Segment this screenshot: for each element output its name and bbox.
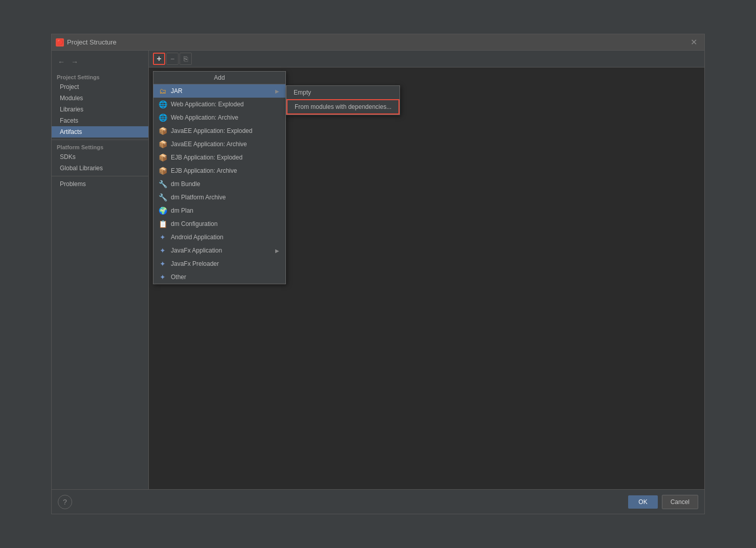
ejb-archive-icon: 📦	[159, 167, 167, 175]
copy-button[interactable]: ⎘	[180, 53, 192, 65]
sidebar: ← → Project Settings Project Modules Lib…	[52, 51, 149, 489]
project-structure-window: 🔴 Project Structure ✕ ← → Project Settin…	[51, 34, 705, 514]
jar-icon: 🗂	[159, 87, 167, 95]
close-button[interactable]: ✕	[687, 36, 700, 48]
artifact-toolbar: + − ⎘	[149, 51, 704, 67]
back-button[interactable]: ←	[56, 57, 67, 67]
sidebar-item-label: Facets	[60, 117, 78, 124]
menu-item-label: EJB Application: Archive	[171, 167, 237, 174]
web-archive-icon: 🌐	[159, 113, 167, 122]
javafx-preloader-icon: ✦	[159, 260, 167, 268]
menu-item-label: JavaFx Preloader	[171, 260, 219, 267]
menu-item-label: Web Application: Exploded	[171, 101, 244, 108]
menu-item-web-archive[interactable]: 🌐 Web Application: Archive	[153, 111, 285, 124]
main-content: + − ⎘ Add 🗂 JAR ▶ 🌐 Web Application	[149, 51, 704, 489]
title-bar: 🔴 Project Structure ✕	[52, 34, 704, 51]
sidebar-item-modules[interactable]: Modules	[52, 93, 148, 104]
submenu-item-from-modules[interactable]: From modules with dependencies...	[286, 99, 399, 115]
forward-button[interactable]: →	[69, 57, 80, 67]
arrow-icon: ▶	[275, 248, 279, 254]
menu-item-other[interactable]: ✦ Other	[153, 270, 285, 284]
sidebar-item-facets[interactable]: Facets	[52, 115, 148, 126]
bottom-bar: ? OK Cancel	[52, 489, 704, 514]
sidebar-item-label: Global Libraries	[60, 165, 103, 172]
menu-item-web-exploded[interactable]: 🌐 Web Application: Exploded	[153, 98, 285, 111]
cancel-button[interactable]: Cancel	[662, 495, 698, 509]
project-settings-label: Project Settings	[52, 72, 148, 81]
web-exploded-icon: 🌐	[159, 100, 167, 108]
menu-item-dm-configuration[interactable]: 📋 dm Configuration	[153, 217, 285, 231]
menu-item-label: JavaFx Application	[171, 247, 222, 254]
menu-item-ejb-exploded[interactable]: 📦 EJB Application: Exploded	[153, 151, 285, 164]
sidebar-divider	[52, 140, 148, 140]
menu-item-label: Web Application: Archive	[171, 114, 238, 121]
ejb-exploded-icon: 📦	[159, 153, 167, 162]
menu-item-dm-plan[interactable]: 🌍 dm Plan	[153, 204, 285, 217]
menu-item-javafx-application[interactable]: ✦ JavaFx Application ▶	[153, 244, 285, 257]
dm-platform-archive-icon: 🔧	[159, 193, 167, 201]
window-title: Project Structure	[67, 38, 687, 46]
menu-item-label: JavaEE Application: Archive	[171, 141, 247, 148]
sidebar-item-label: Libraries	[60, 106, 83, 113]
dm-bundle-icon: 🔧	[159, 180, 167, 188]
menu-item-android-application[interactable]: ✦ Android Application	[153, 231, 285, 244]
arrow-icon: ▶	[275, 88, 279, 94]
add-dropdown-container: Add 🗂 JAR ▶ 🌐 Web Application: Exploded …	[153, 71, 400, 284]
sidebar-item-global-libraries[interactable]: Global Libraries	[52, 163, 148, 174]
window-icon: 🔴	[56, 38, 64, 47]
sidebar-item-project[interactable]: Project	[52, 81, 148, 93]
dm-plan-icon: 🌍	[159, 207, 167, 215]
sidebar-divider-2	[52, 176, 148, 176]
platform-settings-label: Platform Settings	[52, 142, 148, 151]
menu-item-label: EJB Application: Exploded	[171, 154, 242, 161]
dm-configuration-icon: 📋	[159, 220, 167, 228]
ok-button[interactable]: OK	[628, 495, 657, 509]
menu-item-javaee-archive[interactable]: 📦 JavaEE Application: Archive	[153, 138, 285, 151]
help-button[interactable]: ?	[58, 495, 72, 509]
menu-item-label: Android Application	[171, 234, 224, 241]
jee-exploded-icon: 📦	[159, 127, 167, 135]
menu-item-jar[interactable]: 🗂 JAR ▶	[153, 84, 285, 98]
menu-item-dm-platform-archive[interactable]: 🔧 dm Platform Archive	[153, 191, 285, 204]
content-area: ← → Project Settings Project Modules Lib…	[52, 51, 704, 489]
javafx-application-icon: ✦	[159, 246, 167, 255]
menu-item-label: dm Platform Archive	[171, 194, 226, 201]
sidebar-item-label: Project	[60, 83, 79, 90]
sidebar-item-problems[interactable]: Problems	[52, 178, 148, 190]
other-icon: ✦	[159, 273, 167, 281]
menu-item-label: JavaEE Application: Exploded	[171, 127, 252, 134]
menu-item-label: Other	[171, 273, 186, 281]
sidebar-item-libraries[interactable]: Libraries	[52, 104, 148, 115]
add-dropdown-menu: Add 🗂 JAR ▶ 🌐 Web Application: Exploded …	[153, 71, 286, 284]
menu-item-label: JAR	[171, 87, 183, 95]
dropdown-header: Add	[153, 72, 285, 84]
menu-item-dm-bundle[interactable]: 🔧 dm Bundle	[153, 177, 285, 191]
sidebar-item-label: Modules	[60, 95, 83, 102]
sidebar-item-label: Problems	[60, 180, 86, 188]
menu-item-ejb-archive[interactable]: 📦 EJB Application: Archive	[153, 164, 285, 177]
menu-item-javafx-preloader[interactable]: ✦ JavaFx Preloader	[153, 257, 285, 270]
sidebar-item-label: Artifacts	[60, 128, 82, 135]
remove-button[interactable]: −	[166, 53, 179, 65]
android-icon: ✦	[159, 233, 167, 241]
jar-submenu: Empty From modules with dependencies...	[286, 85, 400, 115]
sidebar-item-artifacts[interactable]: Artifacts	[52, 126, 148, 138]
menu-item-label: dm Plan	[171, 207, 193, 214]
nav-toolbar: ← →	[52, 55, 148, 69]
sidebar-item-sdks[interactable]: SDKs	[52, 151, 148, 163]
menu-item-label: dm Bundle	[171, 180, 200, 188]
menu-item-label: dm Configuration	[171, 220, 217, 227]
submenu-item-empty[interactable]: Empty	[286, 86, 399, 99]
menu-item-javaee-exploded[interactable]: 📦 JavaEE Application: Exploded	[153, 124, 285, 138]
sidebar-item-label: SDKs	[60, 153, 76, 161]
jee-archive-icon: 📦	[159, 140, 167, 148]
add-button[interactable]: +	[153, 53, 165, 65]
